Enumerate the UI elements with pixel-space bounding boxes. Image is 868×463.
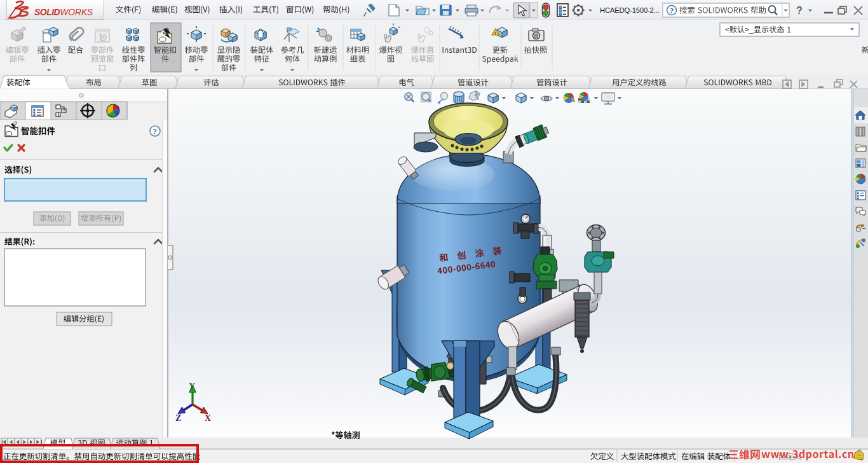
- svg-text:?: ?: [153, 127, 157, 136]
- svg-text:!: !: [494, 31, 496, 36]
- svg-text:Y: Y: [189, 382, 195, 391]
- svg-text:HCAEDQ-1500-2...: HCAEDQ-1500-2...: [600, 6, 660, 14]
- svg-text:Z: Z: [175, 413, 181, 423]
- svg-text:?: ?: [670, 6, 674, 15]
- svg-text:?: ?: [796, 5, 803, 16]
- svg-text:SOLIDWORKS: SOLIDWORKS: [34, 8, 93, 17]
- svg-text:X: X: [205, 413, 211, 423]
